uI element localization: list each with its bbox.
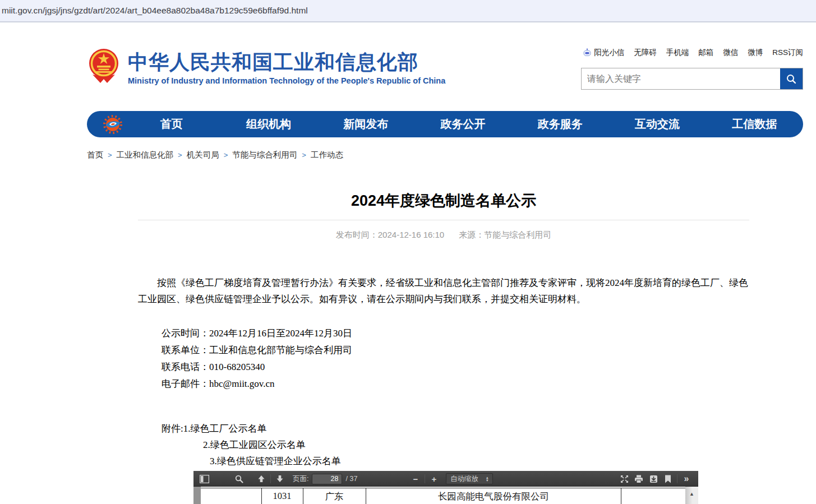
article-title: 2024年度绿色制造名单公示: [138, 189, 749, 212]
nav-item-home[interactable]: 首页: [123, 117, 220, 132]
toolbar-divider: [677, 474, 677, 483]
table-border: [621, 488, 621, 504]
assistant-robot-icon: [583, 48, 592, 57]
nav-item-interaction[interactable]: 互动交流: [608, 117, 706, 132]
site-subtitle: Ministry of Industry and Information Tec…: [128, 76, 445, 85]
crumb-separator: >: [178, 151, 182, 159]
printer-icon: [634, 475, 643, 483]
site-title: 中华人民共和国工业和信息化部: [128, 50, 445, 74]
nav-item-gov-service[interactable]: 政务服务: [511, 117, 608, 132]
crumb-current: 工作动态: [311, 150, 343, 160]
title-divider: [138, 220, 749, 220]
arrow-up-icon: [257, 475, 265, 483]
article-paragraph: 按照《绿色工厂梯度培育及管理暂行办法》有关要求，经省级工业和信息化主管部门推荐及…: [138, 275, 749, 307]
page-url[interactable]: miit.gov.cn/jgsj/jns/gzdt/art/2024/art_b…: [2, 6, 308, 16]
table-border: [366, 488, 366, 504]
quick-link-assistant[interactable]: 阳光小信: [583, 48, 624, 58]
attachment-3: 3.绿色供应链管理企业公示名单: [210, 453, 749, 469]
quick-link-mail[interactable]: 邮箱: [698, 48, 713, 58]
miit-gear-logo-icon: [103, 114, 123, 135]
nav-item-organization[interactable]: 组织机构: [220, 117, 317, 132]
nav-item-data[interactable]: 工信数据: [706, 117, 803, 132]
pdf-content-area: 1031 广东 长园高能电气股份有限公司 ▲: [193, 487, 698, 504]
crumb-energy-dept[interactable]: 节能与综合利用司: [232, 150, 297, 160]
nav-miit-logo[interactable]: [87, 114, 123, 135]
attachment-2: 2.绿色工业园区公示名单: [203, 437, 749, 453]
quick-link-weibo[interactable]: 微博: [748, 48, 763, 58]
province-cell: 广东: [325, 491, 344, 503]
crumb-miit[interactable]: 工业和信息化部: [117, 150, 174, 160]
zoom-mode-value: 自动缩放: [450, 474, 478, 484]
attachment-1: 附件:1.绿色工厂公示名单: [162, 420, 749, 437]
bookmark-button[interactable]: [661, 471, 675, 487]
search-button[interactable]: [780, 68, 803, 89]
table-border: [201, 488, 685, 488]
presentation-mode-button[interactable]: [617, 471, 631, 487]
print-button[interactable]: [631, 471, 646, 487]
nav-item-news[interactable]: 新闻发布: [317, 117, 414, 132]
pdf-toolbar: 页面: / 37 − + 自动缩放 ▴ ▾: [193, 471, 698, 487]
bookmark-icon: [665, 475, 671, 483]
browser-url-bar[interactable]: miit.gov.cn/jgsj/jns/gzdt/art/2024/art_b…: [0, 0, 816, 22]
pdf-scrollbar[interactable]: ▲: [685, 487, 698, 504]
national-emblem-icon: [89, 48, 119, 87]
site-logo[interactable]: 中华人民共和国工业和信息化部 Ministry of Industry and …: [89, 48, 445, 87]
find-magnifier-icon: [235, 475, 243, 483]
quick-link-rss[interactable]: RSS订阅: [772, 48, 803, 58]
article-meta: 发布时间：2024-12-16 16:10来源：节能与综合利用司: [138, 230, 749, 241]
contact-info: 公示时间：2024年12月16日至2024年12月30日 联系单位：工业和信息化…: [162, 325, 749, 392]
zoom-mode-select[interactable]: 自动缩放 ▴ ▾: [446, 473, 493, 484]
quick-link-wechat[interactable]: 微信: [723, 48, 738, 58]
page-label: 页面:: [293, 474, 308, 484]
download-button[interactable]: [646, 471, 661, 487]
find-button[interactable]: [232, 471, 246, 487]
crumb-separator: >: [302, 151, 306, 159]
quick-link-label: 微博: [748, 48, 763, 58]
arrow-down-icon: [276, 475, 284, 483]
breadcrumb: 首页 > 工业和信息化部 > 机关司局 > 节能与综合利用司 > 工作动态: [87, 150, 343, 160]
site-header: 中华人民共和国工业和信息化部 Ministry of Industry and …: [0, 24, 816, 111]
toolbar-divider: [425, 474, 425, 483]
public-notice-period: 公示时间：2024年12月16日至2024年12月30日: [162, 325, 749, 342]
article: 2024年度绿色制造名单公示 发布时间：2024-12-16 16:10来源：节…: [138, 185, 749, 469]
page-number-input[interactable]: [312, 474, 342, 484]
main-nav: 首页 组织机构 新闻发布 政务公开 政务服务 互动交流 工信数据: [87, 111, 803, 137]
previous-page-button[interactable]: [254, 471, 269, 487]
table-border: [303, 488, 303, 504]
contact-unit: 联系单位：工业和信息化部节能与综合利用司: [162, 342, 749, 359]
contact-email: 电子邮件：hbc@miit.gov.cn: [162, 376, 749, 392]
crumb-home[interactable]: 首页: [87, 150, 103, 160]
more-tools-button[interactable]: »: [679, 471, 694, 487]
source-label: 来源：: [459, 230, 484, 239]
attachments-list: 附件:1.绿色工厂公示名单 2.绿色工业园区公示名单 3.绿色供应链管理企业公示…: [162, 420, 749, 469]
publish-time: 2024-12-16 16:10: [378, 230, 444, 239]
fullscreen-icon: [620, 475, 629, 483]
quick-link-label: 无障碍: [634, 48, 657, 58]
quick-link-mobile[interactable]: 手机端: [666, 48, 689, 58]
toolbar-divider: [270, 474, 271, 483]
sidebar-toggle-icon: [200, 475, 209, 483]
quick-link-label: 阳光小信: [594, 48, 624, 58]
pdf-viewer: 页面: / 37 − + 自动缩放 ▴ ▾: [193, 471, 698, 504]
page-total: / 37: [345, 475, 357, 483]
quick-link-accessibility[interactable]: 无障碍: [634, 48, 657, 58]
search-icon: [786, 73, 797, 85]
quick-link-label: 邮箱: [698, 48, 713, 58]
site-search: [581, 68, 803, 90]
zoom-out-button[interactable]: −: [408, 471, 423, 487]
quick-link-label: RSS订阅: [772, 48, 803, 58]
crumb-departments[interactable]: 机关司局: [187, 150, 219, 160]
nav-item-gov-open[interactable]: 政务公开: [414, 117, 511, 132]
download-icon: [649, 475, 658, 483]
select-arrows-icon: ▴ ▾: [486, 476, 488, 482]
scroll-up-icon[interactable]: ▲: [685, 487, 698, 497]
source-value: 节能与综合利用司: [484, 230, 551, 239]
next-page-button[interactable]: [273, 471, 287, 487]
row-number-cell: 1031: [273, 491, 292, 502]
quick-link-label: 手机端: [666, 48, 689, 58]
search-input[interactable]: [582, 68, 780, 89]
contact-phone: 联系电话：010-68205340: [162, 359, 749, 376]
publish-time-label: 发布时间：: [336, 230, 378, 239]
sidebar-toggle-button[interactable]: [197, 471, 211, 487]
zoom-in-button[interactable]: +: [427, 471, 441, 487]
